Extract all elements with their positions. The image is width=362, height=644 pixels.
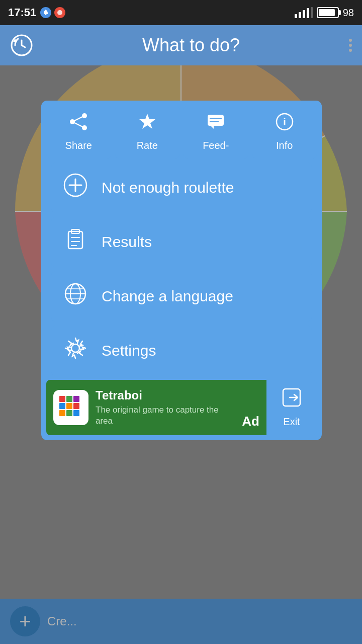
app-icon-2: [54, 7, 65, 18]
battery-icon: [317, 7, 339, 18]
svg-rect-46: [59, 403, 65, 409]
svg-rect-25: [210, 118, 222, 119]
page-title: What to do?: [142, 35, 240, 56]
share-label: Share: [65, 140, 92, 151]
svg-marker-27: [211, 126, 214, 129]
globe-icon: [61, 282, 89, 311]
svg-rect-52: [73, 410, 79, 416]
ad-badge: Ad: [242, 414, 259, 429]
exit-button[interactable]: Exit: [266, 380, 317, 435]
ad-block[interactable]: Tetraboi The original game to capture th…: [46, 380, 266, 435]
svg-rect-26: [210, 121, 219, 122]
share-icon: [69, 113, 87, 135]
svg-rect-47: [66, 403, 72, 409]
history-icon[interactable]: [10, 34, 33, 57]
rate-label: Rate: [137, 140, 158, 151]
svg-rect-1: [295, 14, 297, 18]
status-bar: 17:51 98: [0, 0, 362, 25]
svg-rect-5: [311, 7, 313, 18]
star-icon: [138, 113, 156, 135]
info-label: Info: [276, 140, 293, 151]
change-language-button[interactable]: Change a language: [51, 271, 312, 321]
not-enough-roulette-button[interactable]: Not enough roulette: [51, 163, 312, 213]
svg-rect-4: [307, 8, 309, 18]
svg-rect-48: [73, 396, 79, 402]
results-label: Results: [102, 233, 152, 251]
info-button[interactable]: i Info: [252, 106, 317, 158]
svg-line-22: [72, 122, 84, 128]
feedback-label: Feed-: [203, 140, 229, 151]
ad-app-name: Tetraboi: [96, 388, 235, 403]
ad-description: The original game to capture the area: [96, 405, 235, 427]
rate-button[interactable]: Rate: [115, 106, 180, 158]
more-options-icon[interactable]: [349, 39, 352, 52]
app-header: What to do?: [0, 25, 362, 65]
clipboard-icon: [61, 227, 89, 257]
settings-button[interactable]: Settings: [51, 326, 312, 376]
svg-rect-2: [299, 12, 301, 18]
share-button[interactable]: Share: [46, 106, 111, 158]
status-time: 17:51: [8, 6, 36, 19]
ad-app-icon: [53, 390, 88, 425]
svg-text:i: i: [283, 116, 286, 127]
settings-label: Settings: [102, 342, 156, 359]
battery-level: 98: [343, 7, 354, 19]
modal-dialog: Share Rate Feed-: [41, 101, 322, 440]
svg-rect-50: [59, 410, 65, 416]
svg-rect-24: [208, 115, 224, 126]
notification-icon: [40, 7, 51, 18]
signal-icon: [295, 7, 313, 18]
svg-rect-51: [66, 410, 72, 416]
svg-rect-3: [303, 10, 305, 18]
info-icon: i: [276, 113, 294, 135]
gear-icon: [61, 336, 89, 365]
plus-circle-icon: [61, 173, 89, 202]
modal-top-row: Share Rate Feed-: [41, 101, 322, 158]
modal-bottom-row: Tetraboi The original game to capture th…: [46, 380, 317, 435]
not-enough-roulette-label: Not enough roulette: [102, 179, 234, 196]
chat-icon: [207, 113, 225, 135]
results-button[interactable]: Results: [51, 217, 312, 267]
svg-rect-49: [73, 403, 79, 409]
svg-point-0: [57, 10, 62, 15]
svg-rect-45: [66, 396, 72, 402]
ad-text: Tetraboi The original game to capture th…: [96, 388, 235, 427]
modal-menu: Not enough roulette Results: [41, 158, 322, 440]
svg-marker-23: [139, 114, 155, 129]
change-language-label: Change a language: [102, 288, 233, 305]
svg-rect-44: [59, 396, 65, 402]
svg-line-21: [72, 116, 84, 122]
svg-point-43: [71, 344, 79, 352]
feedback-button[interactable]: Feed-: [184, 106, 248, 158]
exit-icon: [282, 387, 302, 412]
status-right: 98: [295, 7, 354, 19]
exit-label: Exit: [283, 416, 300, 428]
